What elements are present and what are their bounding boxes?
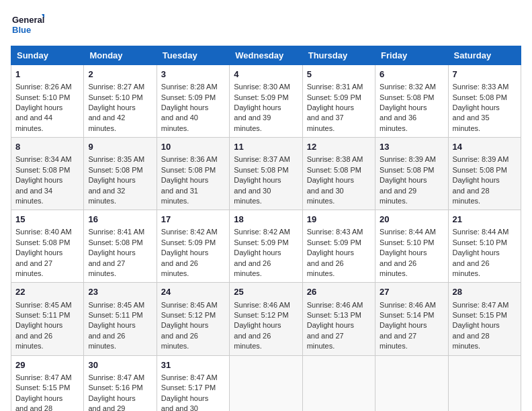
- sunrise-label: Sunrise: 8:30 AM: [234, 83, 290, 91]
- day-number: 18: [234, 214, 298, 226]
- sunset-label: Sunset: 5:08 PM: [161, 166, 216, 174]
- calendar-cell: 8Sunrise: 8:34 AMSunset: 5:08 PMDaylight…: [11, 138, 84, 210]
- daylight-label: Daylight hours: [234, 248, 281, 257]
- calendar-cell: 18Sunrise: 8:42 AMSunset: 5:09 PMDayligh…: [230, 210, 302, 283]
- daylight-label: Daylight hours: [88, 176, 135, 184]
- sunrise-label: Sunrise: 8:32 AM: [380, 83, 436, 91]
- sunset-label: Sunset: 5:08 PM: [234, 166, 288, 174]
- calendar-cell: 15Sunrise: 8:40 AMSunset: 5:08 PMDayligh…: [11, 210, 84, 283]
- sunrise-label: Sunrise: 8:46 AM: [234, 301, 290, 309]
- calendar-cell: 10Sunrise: 8:36 AMSunset: 5:08 PMDayligh…: [157, 138, 229, 210]
- daylight-label: Daylight hours: [88, 321, 135, 329]
- daylight-label: Daylight hours: [15, 176, 62, 184]
- sunrise-label: Sunrise: 8:36 AM: [161, 155, 218, 163]
- sunset-label: Sunset: 5:08 PM: [15, 238, 70, 246]
- daylight-duration: and and 26 minutes.: [88, 332, 125, 350]
- day-header-saturday: Saturday: [448, 46, 521, 65]
- daylight-label: Daylight hours: [234, 321, 281, 329]
- logo: General Blue: [11, 11, 44, 38]
- daylight-label: Daylight hours: [307, 248, 354, 257]
- day-number: 26: [307, 286, 371, 298]
- daylight-label: Daylight hours: [453, 103, 500, 111]
- sunrise-label: Sunrise: 8:37 AM: [234, 155, 290, 163]
- sunset-label: Sunset: 5:08 PM: [380, 93, 434, 101]
- sunrise-label: Sunrise: 8:45 AM: [88, 301, 144, 309]
- calendar-table: SundayMondayTuesdayWednesdayThursdayFrid…: [11, 46, 521, 411]
- sunrise-label: Sunrise: 8:45 AM: [15, 301, 72, 309]
- calendar-cell: 13Sunrise: 8:39 AMSunset: 5:08 PMDayligh…: [375, 138, 448, 210]
- day-number: 14: [453, 141, 517, 153]
- day-header-thursday: Thursday: [302, 46, 375, 65]
- daylight-duration: and and 26 minutes.: [234, 332, 271, 350]
- calendar-cell: 2Sunrise: 8:27 AMSunset: 5:10 PMDaylight…: [84, 65, 157, 138]
- calendar-cell: [302, 355, 375, 411]
- sunset-label: Sunset: 5:09 PM: [161, 93, 216, 101]
- day-header-monday: Monday: [84, 46, 157, 65]
- sunrise-label: Sunrise: 8:44 AM: [380, 228, 436, 236]
- sunset-label: Sunset: 5:14 PM: [380, 311, 434, 319]
- sunset-label: Sunset: 5:09 PM: [161, 238, 216, 246]
- daylight-duration: and and 26 minutes.: [307, 259, 344, 277]
- day-number: 5: [307, 68, 371, 81]
- day-number: 31: [161, 359, 225, 371]
- day-number: 1: [15, 68, 79, 81]
- sunrise-label: Sunrise: 8:42 AM: [161, 228, 218, 236]
- daylight-duration: and and 28 minutes.: [453, 187, 490, 205]
- day-number: 3: [161, 68, 225, 81]
- sunset-label: Sunset: 5:08 PM: [307, 166, 361, 174]
- day-header-sunday: Sunday: [11, 46, 84, 65]
- daylight-label: Daylight hours: [307, 321, 354, 329]
- daylight-duration: and and 44 minutes.: [15, 113, 52, 132]
- sunset-label: Sunset: 5:15 PM: [15, 383, 70, 392]
- calendar-cell: 1Sunrise: 8:26 AMSunset: 5:10 PMDaylight…: [11, 65, 84, 138]
- daylight-duration: and and 26 minutes.: [380, 259, 416, 277]
- daylight-duration: and and 26 minutes.: [161, 332, 198, 350]
- calendar-cell: 29Sunrise: 8:47 AMSunset: 5:15 PMDayligh…: [11, 355, 84, 411]
- calendar-cell: 31Sunrise: 8:47 AMSunset: 5:17 PMDayligh…: [157, 355, 229, 411]
- daylight-label: Daylight hours: [15, 321, 62, 329]
- daylight-duration: and and 27 minutes.: [15, 259, 52, 277]
- daylight-duration: and and 27 minutes.: [88, 259, 125, 277]
- sunrise-label: Sunrise: 8:45 AM: [161, 301, 218, 309]
- day-number: 7: [453, 68, 517, 81]
- calendar-cell: [448, 355, 521, 411]
- sunrise-label: Sunrise: 8:41 AM: [88, 228, 144, 236]
- daylight-label: Daylight hours: [380, 248, 427, 257]
- calendar-cell: 20Sunrise: 8:44 AMSunset: 5:10 PMDayligh…: [375, 210, 448, 283]
- sunrise-label: Sunrise: 8:43 AM: [307, 228, 363, 236]
- daylight-duration: and and 37 minutes.: [307, 113, 344, 132]
- day-number: 23: [88, 286, 152, 298]
- calendar-cell: 25Sunrise: 8:46 AMSunset: 5:12 PMDayligh…: [230, 283, 302, 355]
- calendar-cell: 27Sunrise: 8:46 AMSunset: 5:14 PMDayligh…: [375, 283, 448, 355]
- day-header-tuesday: Tuesday: [157, 46, 229, 65]
- calendar-header-row: SundayMondayTuesdayWednesdayThursdayFrid…: [11, 46, 521, 65]
- daylight-duration: and and 29 minutes.: [88, 404, 125, 411]
- day-number: 28: [453, 286, 517, 298]
- calendar-week-row: 22Sunrise: 8:45 AMSunset: 5:11 PMDayligh…: [11, 283, 521, 355]
- day-number: 11: [234, 141, 298, 153]
- sunrise-label: Sunrise: 8:46 AM: [307, 301, 363, 309]
- daylight-duration: and and 27 minutes.: [307, 332, 344, 350]
- daylight-duration: and and 28 minutes.: [15, 404, 52, 411]
- daylight-label: Daylight hours: [161, 248, 208, 257]
- day-number: 8: [15, 141, 79, 153]
- sunset-label: Sunset: 5:11 PM: [88, 311, 142, 319]
- calendar-cell: [375, 355, 448, 411]
- sunrise-label: Sunrise: 8:44 AM: [453, 228, 509, 236]
- daylight-duration: and and 30 minutes.: [161, 404, 198, 411]
- sunrise-label: Sunrise: 8:42 AM: [234, 228, 290, 236]
- daylight-duration: and and 31 minutes.: [161, 187, 198, 205]
- day-number: 13: [380, 141, 443, 153]
- page-header: General Blue: [11, 11, 521, 38]
- logo-svg: General Blue: [11, 11, 44, 38]
- sunrise-label: Sunrise: 8:39 AM: [453, 155, 509, 163]
- sunset-label: Sunset: 5:16 PM: [88, 383, 142, 392]
- calendar-week-row: 15Sunrise: 8:40 AMSunset: 5:08 PMDayligh…: [11, 210, 521, 283]
- day-number: 10: [161, 141, 225, 153]
- calendar-cell: 4Sunrise: 8:30 AMSunset: 5:09 PMDaylight…: [230, 65, 302, 138]
- sunrise-label: Sunrise: 8:31 AM: [307, 83, 363, 91]
- day-number: 15: [15, 214, 79, 226]
- daylight-duration: and and 42 minutes.: [88, 113, 125, 132]
- day-number: 16: [88, 214, 152, 226]
- sunrise-label: Sunrise: 8:33 AM: [453, 83, 509, 91]
